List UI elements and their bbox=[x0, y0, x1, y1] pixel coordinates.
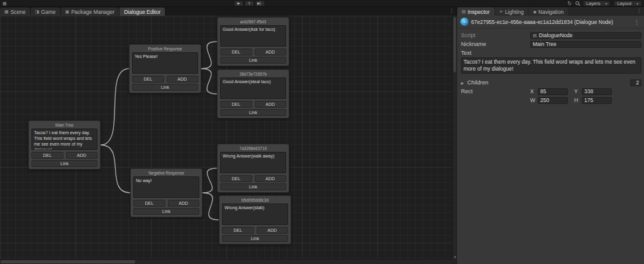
dialogue-node-negative-response[interactable]: Negative Response No way! DEL ADD Link bbox=[130, 168, 203, 217]
node-text-field[interactable]: No way! bbox=[133, 176, 199, 198]
play-controls: ▶ ‖ ▶▏ bbox=[234, 1, 265, 6]
node-add-button[interactable]: ADD bbox=[255, 175, 287, 182]
inspector-title: 67e27955-ec1e-456e-aaaa-ec1a12dd1834 (Di… bbox=[471, 19, 630, 25]
history-icon[interactable]: ↻ bbox=[567, 1, 572, 6]
rect-row-wh: W 250 H 175 bbox=[461, 96, 641, 104]
rect-label: Rect bbox=[461, 88, 530, 95]
dialogue-node-good-answer-steal[interactable]: 38d73e72657b Good Answer(steal taco) DEL… bbox=[217, 69, 289, 118]
dialogue-node-main-tree[interactable]: Main Tree Tacos? I eat them every day. T… bbox=[28, 120, 101, 169]
node-link-button[interactable]: Link bbox=[132, 84, 198, 91]
inspector-window-menu-icon[interactable]: ⋮ bbox=[636, 8, 641, 14]
vertical-scrollbar-thumb[interactable] bbox=[453, 17, 456, 72]
node-link-button[interactable]: Link bbox=[31, 160, 97, 167]
node-title: Negative Response bbox=[133, 170, 199, 176]
children-row[interactable]: ▶ Children 2 bbox=[461, 79, 641, 86]
horizontal-scrollbar[interactable] bbox=[0, 259, 452, 264]
layout-dropdown[interactable]: Layout ▾ bbox=[614, 1, 641, 6]
dialogue-node-wrong-answer-stab[interactable]: b5d0b5dd8c3d Wrong Answer(stab) DEL ADD … bbox=[219, 195, 291, 244]
node-del-button[interactable]: DEL bbox=[132, 76, 164, 83]
layers-dropdown[interactable]: Layers ▾ bbox=[583, 1, 611, 6]
node-text-field[interactable]: Wrong Answer(stab) bbox=[222, 204, 288, 225]
script-field[interactable]: ▤ DialogueNode bbox=[530, 32, 641, 39]
node-add-button[interactable]: ADD bbox=[255, 101, 287, 108]
text-label: Text bbox=[461, 50, 530, 56]
rect-h-field[interactable]: 175 bbox=[582, 97, 612, 104]
node-add-button[interactable]: ADD bbox=[257, 227, 289, 234]
node-link-button[interactable]: Link bbox=[220, 57, 286, 64]
rect-row-xy: Rect X 85 Y 338 bbox=[461, 88, 641, 95]
search-icon[interactable] bbox=[575, 1, 579, 5]
scrollbar-corner bbox=[452, 259, 457, 264]
inspector-body: Script ▤ DialogueNode Nickname Main Tree… bbox=[457, 28, 644, 104]
text-field[interactable]: Tacos? I eat them every day. This field … bbox=[461, 57, 641, 74]
editor-window-menu-icon[interactable]: ⋮ bbox=[449, 8, 454, 14]
tab-scene[interactable]: ▦ Scene bbox=[0, 8, 30, 16]
tab-label: Inspector bbox=[468, 9, 490, 15]
tab-lighting[interactable]: ☀ Lighting bbox=[495, 8, 528, 16]
node-text-field[interactable]: Wrong Answer(walk away) bbox=[220, 152, 286, 173]
node-title: 38d73e72657b bbox=[220, 71, 286, 77]
children-label: Children bbox=[467, 79, 536, 86]
tab-label: Game bbox=[41, 9, 55, 15]
layout-label: Layout bbox=[617, 1, 631, 6]
header-menu-icon[interactable]: ⋮ bbox=[633, 19, 641, 25]
vertical-scrollbar[interactable]: ▼ bbox=[452, 16, 457, 259]
tab-navigation[interactable]: ◆ Navigation bbox=[529, 8, 569, 16]
node-del-button[interactable]: DEL bbox=[31, 152, 64, 159]
rect-h-label: H bbox=[574, 97, 582, 103]
graph-canvas[interactable]: Main Tree Tacos? I eat them every day. T… bbox=[0, 16, 457, 264]
rect-y-field[interactable]: 338 bbox=[582, 88, 612, 95]
nickname-value: Main Tree bbox=[533, 42, 557, 47]
node-add-button[interactable]: ADD bbox=[255, 49, 287, 55]
rect-x-field[interactable]: 85 bbox=[538, 88, 568, 95]
node-title: b5d0b5dd8c3d bbox=[222, 197, 288, 203]
pause-button[interactable]: ‖ bbox=[245, 1, 254, 6]
app-icon: ▦ bbox=[3, 1, 7, 6]
dialogue-node-icon: ≈ bbox=[460, 18, 469, 26]
chevron-down-icon: ▾ bbox=[636, 1, 638, 6]
dialogue-node-positive-response[interactable]: Positive Response Yes Please! DEL ADD Li… bbox=[129, 44, 201, 93]
main-area: Main Tree Tacos? I eat them every day. T… bbox=[0, 16, 644, 264]
tab-label: Dialogue Editor bbox=[124, 9, 160, 15]
layers-label: Layers bbox=[586, 1, 601, 6]
children-count-field[interactable]: 2 bbox=[630, 79, 641, 86]
node-text-field[interactable]: Tacos? I eat them every day. This field … bbox=[31, 129, 97, 150]
node-link-button[interactable]: Link bbox=[222, 235, 288, 242]
node-link-button[interactable]: Link bbox=[220, 109, 286, 116]
dialogue-node-good-answer-ask[interactable]: acb2867-ff5d3 Good Answer(Ask for taco) … bbox=[217, 17, 289, 66]
step-button[interactable]: ▶▏ bbox=[255, 1, 265, 6]
tab-strip: ▦ Scene ◨ Game ▣ Package Manager Dialogu… bbox=[0, 7, 644, 16]
node-del-button[interactable]: DEL bbox=[133, 200, 165, 207]
node-del-button[interactable]: DEL bbox=[220, 49, 252, 55]
tab-package-manager[interactable]: ▣ Package Manager bbox=[61, 8, 119, 16]
script-row: Script ▤ DialogueNode bbox=[461, 32, 641, 39]
node-add-button[interactable]: ADD bbox=[168, 200, 200, 207]
horizontal-scrollbar-thumb[interactable] bbox=[1, 260, 135, 263]
node-text-field[interactable]: Yes Please! bbox=[132, 52, 198, 74]
tab-dialogue-editor[interactable]: Dialogue Editor bbox=[119, 8, 165, 16]
top-menubar: ▦ ▶ ‖ ▶▏ ↻ Layers ▾ Layout ▾ bbox=[0, 0, 644, 7]
inspector-icon: ▤ bbox=[462, 9, 466, 14]
tab-inspector[interactable]: ▤ Inspector bbox=[457, 8, 494, 16]
scene-icon: ▦ bbox=[4, 9, 9, 14]
node-link-button[interactable]: Link bbox=[133, 208, 199, 215]
node-del-button[interactable]: DEL bbox=[220, 101, 252, 108]
foldout-icon[interactable]: ▶ bbox=[461, 81, 467, 85]
rect-w-field[interactable]: 250 bbox=[538, 97, 568, 104]
nickname-label: Nickname bbox=[461, 41, 530, 47]
node-add-button[interactable]: ADD bbox=[66, 152, 98, 159]
script-label: Script bbox=[461, 32, 530, 38]
node-text-field[interactable]: Good Answer(steal taco) bbox=[220, 77, 286, 99]
text-label-row: Text bbox=[461, 49, 641, 57]
chevron-down-icon: ▾ bbox=[605, 1, 607, 6]
tab-game[interactable]: ◨ Game bbox=[31, 8, 60, 16]
nickname-field[interactable]: Main Tree bbox=[530, 41, 641, 48]
node-del-button[interactable]: DEL bbox=[220, 175, 252, 182]
node-link-button[interactable]: Link bbox=[220, 183, 286, 190]
play-button[interactable]: ▶ bbox=[234, 1, 243, 6]
editor-tab-area: ▦ Scene ◨ Game ▣ Package Manager Dialogu… bbox=[0, 7, 457, 16]
node-del-button[interactable]: DEL bbox=[222, 227, 254, 234]
node-text-field[interactable]: Good Answer(Ask for taco) bbox=[220, 25, 286, 47]
dialogue-node-wrong-answer-walk[interactable]: 7a3268e63719 Wrong Answer(walk away) DEL… bbox=[217, 144, 289, 193]
node-add-button[interactable]: ADD bbox=[167, 76, 199, 83]
